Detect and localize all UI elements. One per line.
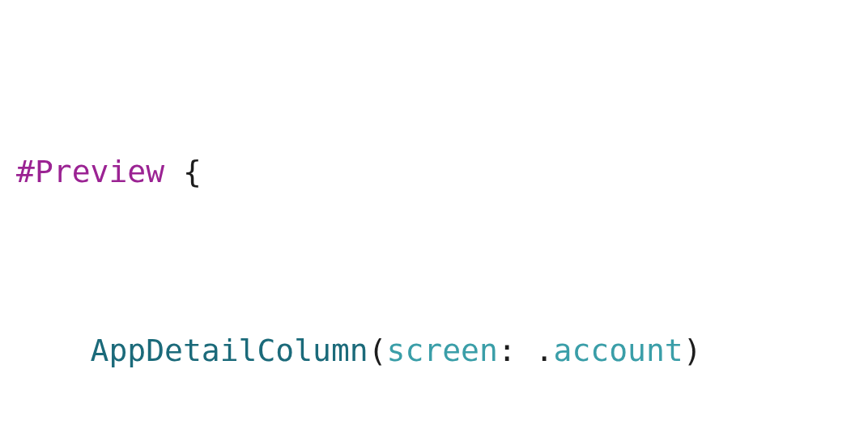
type-appdetailcolumn: AppDetailColumn [91,333,368,368]
macro-preview: #Preview [16,154,164,189]
code-line[interactable]: AppDetailColumn(screen: .account) [16,329,852,373]
code-editor[interactable]: #Preview { AppDetailColumn(screen: .acco… [16,16,852,437]
space [164,154,183,189]
paren-open: ( [368,333,387,368]
brace-open: { [183,154,202,189]
paren-close: ) [683,333,702,368]
colon: : [498,333,517,368]
dot: . [535,333,554,368]
enum-case-account: account [554,333,683,368]
param-label-screen: screen [387,333,498,368]
code-line[interactable]: #Preview { [16,150,852,194]
space [517,333,535,368]
